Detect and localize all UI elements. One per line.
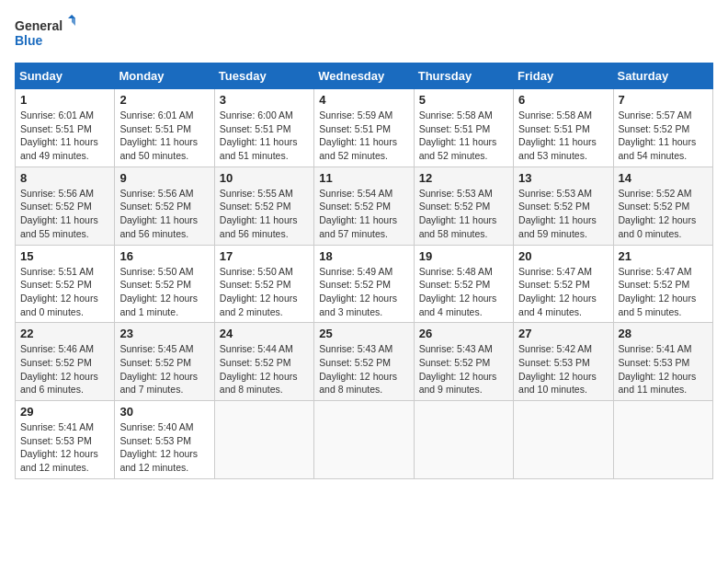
day-cell: 9Sunrise: 5:56 AMSunset: 5:52 PMDaylight… — [115, 167, 214, 245]
day-number: 20 — [518, 249, 608, 263]
day-cell: 22Sunrise: 5:46 AMSunset: 5:52 PMDayligh… — [16, 323, 115, 401]
day-number: 23 — [119, 327, 209, 340]
day-number: 10 — [220, 171, 309, 185]
day-number: 26 — [419, 327, 508, 340]
day-cell: 30Sunrise: 5:40 AMSunset: 5:53 PMDayligh… — [115, 401, 214, 479]
day-info: Sunrise: 5:42 AMSunset: 5:53 PMDaylight:… — [518, 342, 608, 396]
page-header: General Blue — [15, 15, 713, 52]
day-cell: 3Sunrise: 6:00 AMSunset: 5:51 PMDaylight… — [214, 89, 313, 167]
day-info: Sunrise: 5:56 AMSunset: 5:52 PMDaylight:… — [20, 187, 109, 241]
col-header-sunday: Sunday — [16, 63, 115, 89]
day-cell: 10Sunrise: 5:55 AMSunset: 5:52 PMDayligh… — [214, 167, 313, 245]
day-info: Sunrise: 5:47 AMSunset: 5:52 PMDaylight:… — [518, 265, 608, 319]
day-cell: 2Sunrise: 6:01 AMSunset: 5:51 PMDaylight… — [115, 89, 214, 167]
day-cell — [214, 401, 313, 479]
day-info: Sunrise: 5:43 AMSunset: 5:52 PMDaylight:… — [419, 342, 508, 396]
day-cell: 16Sunrise: 5:50 AMSunset: 5:52 PMDayligh… — [115, 245, 214, 323]
day-info: Sunrise: 5:57 AMSunset: 5:52 PMDaylight:… — [619, 109, 708, 163]
day-info: Sunrise: 5:47 AMSunset: 5:52 PMDaylight:… — [619, 265, 708, 319]
svg-marker-3 — [72, 15, 75, 26]
day-cell: 18Sunrise: 5:49 AMSunset: 5:52 PMDayligh… — [314, 245, 414, 323]
day-number: 21 — [619, 249, 708, 263]
day-number: 24 — [220, 327, 309, 340]
day-number: 3 — [220, 93, 309, 107]
day-number: 2 — [119, 93, 209, 107]
week-row-4: 22Sunrise: 5:46 AMSunset: 5:52 PMDayligh… — [16, 323, 713, 401]
day-cell: 5Sunrise: 5:58 AMSunset: 5:51 PMDaylight… — [414, 89, 513, 167]
day-cell: 8Sunrise: 5:56 AMSunset: 5:52 PMDaylight… — [16, 167, 115, 245]
day-cell: 25Sunrise: 5:43 AMSunset: 5:52 PMDayligh… — [314, 323, 414, 401]
day-info: Sunrise: 5:41 AMSunset: 5:53 PMDaylight:… — [20, 420, 109, 475]
col-header-wednesday: Wednesday — [314, 63, 414, 89]
day-cell: 19Sunrise: 5:48 AMSunset: 5:52 PMDayligh… — [414, 245, 513, 323]
header-row: SundayMondayTuesdayWednesdayThursdayFrid… — [16, 63, 713, 89]
day-number: 25 — [319, 327, 408, 340]
day-info: Sunrise: 5:55 AMSunset: 5:52 PMDaylight:… — [220, 187, 309, 241]
day-info: Sunrise: 5:53 AMSunset: 5:52 PMDaylight:… — [518, 187, 608, 241]
day-info: Sunrise: 5:46 AMSunset: 5:52 PMDaylight:… — [20, 342, 109, 396]
day-cell: 28Sunrise: 5:41 AMSunset: 5:53 PMDayligh… — [613, 323, 712, 401]
day-cell: 12Sunrise: 5:53 AMSunset: 5:52 PMDayligh… — [414, 167, 513, 245]
day-number: 6 — [518, 93, 608, 107]
day-cell: 17Sunrise: 5:50 AMSunset: 5:52 PMDayligh… — [214, 245, 313, 323]
day-info: Sunrise: 5:49 AMSunset: 5:52 PMDaylight:… — [319, 265, 408, 319]
col-header-tuesday: Tuesday — [214, 63, 313, 89]
day-info: Sunrise: 5:56 AMSunset: 5:52 PMDaylight:… — [119, 187, 209, 241]
day-number: 8 — [20, 171, 109, 185]
day-number: 16 — [119, 249, 209, 263]
day-info: Sunrise: 5:59 AMSunset: 5:51 PMDaylight:… — [319, 109, 408, 163]
day-number: 15 — [20, 249, 109, 263]
day-cell: 14Sunrise: 5:52 AMSunset: 5:52 PMDayligh… — [613, 167, 712, 245]
week-row-3: 15Sunrise: 5:51 AMSunset: 5:52 PMDayligh… — [16, 245, 713, 323]
logo-svg: General Blue — [15, 15, 79, 52]
week-row-5: 29Sunrise: 5:41 AMSunset: 5:53 PMDayligh… — [16, 401, 713, 479]
day-info: Sunrise: 5:44 AMSunset: 5:52 PMDaylight:… — [220, 342, 309, 396]
svg-text:Blue: Blue — [15, 33, 43, 48]
col-header-monday: Monday — [115, 63, 214, 89]
day-info: Sunrise: 6:01 AMSunset: 5:51 PMDaylight:… — [20, 109, 109, 163]
day-info: Sunrise: 5:45 AMSunset: 5:52 PMDaylight:… — [119, 342, 209, 396]
day-number: 4 — [319, 93, 408, 107]
day-info: Sunrise: 5:41 AMSunset: 5:53 PMDaylight:… — [619, 342, 708, 396]
day-number: 1 — [20, 93, 109, 107]
day-cell — [613, 401, 712, 479]
day-cell: 1Sunrise: 6:01 AMSunset: 5:51 PMDaylight… — [16, 89, 115, 167]
day-info: Sunrise: 6:00 AMSunset: 5:51 PMDaylight:… — [220, 109, 309, 163]
day-cell: 21Sunrise: 5:47 AMSunset: 5:52 PMDayligh… — [613, 245, 712, 323]
svg-text:General: General — [15, 18, 63, 33]
day-number: 18 — [319, 249, 408, 263]
day-info: Sunrise: 5:51 AMSunset: 5:52 PMDaylight:… — [20, 265, 109, 319]
day-info: Sunrise: 5:54 AMSunset: 5:52 PMDaylight:… — [319, 187, 408, 241]
day-cell: 27Sunrise: 5:42 AMSunset: 5:53 PMDayligh… — [514, 323, 613, 401]
calendar-table: SundayMondayTuesdayWednesdayThursdayFrid… — [15, 63, 713, 479]
day-number: 29 — [20, 405, 109, 419]
day-cell: 20Sunrise: 5:47 AMSunset: 5:52 PMDayligh… — [514, 245, 613, 323]
day-info: Sunrise: 5:58 AMSunset: 5:51 PMDaylight:… — [419, 109, 508, 163]
day-cell — [514, 401, 613, 479]
day-number: 5 — [419, 93, 508, 107]
day-cell: 24Sunrise: 5:44 AMSunset: 5:52 PMDayligh… — [214, 323, 313, 401]
day-info: Sunrise: 5:52 AMSunset: 5:52 PMDaylight:… — [619, 187, 708, 241]
col-header-saturday: Saturday — [613, 63, 712, 89]
col-header-thursday: Thursday — [414, 63, 513, 89]
day-info: Sunrise: 5:43 AMSunset: 5:52 PMDaylight:… — [319, 342, 408, 396]
day-cell: 15Sunrise: 5:51 AMSunset: 5:52 PMDayligh… — [16, 245, 115, 323]
day-number: 17 — [220, 249, 309, 263]
day-cell: 23Sunrise: 5:45 AMSunset: 5:52 PMDayligh… — [115, 323, 214, 401]
day-info: Sunrise: 5:50 AMSunset: 5:52 PMDaylight:… — [119, 265, 209, 319]
day-cell — [314, 401, 414, 479]
day-number: 19 — [419, 249, 508, 263]
day-info: Sunrise: 5:48 AMSunset: 5:52 PMDaylight:… — [419, 265, 508, 319]
day-number: 9 — [119, 171, 209, 185]
day-number: 7 — [619, 93, 708, 107]
day-number: 12 — [419, 171, 508, 185]
day-number: 13 — [518, 171, 608, 185]
day-cell: 4Sunrise: 5:59 AMSunset: 5:51 PMDaylight… — [314, 89, 414, 167]
day-info: Sunrise: 5:53 AMSunset: 5:52 PMDaylight:… — [419, 187, 508, 241]
day-info: Sunrise: 5:50 AMSunset: 5:52 PMDaylight:… — [220, 265, 309, 319]
day-cell: 29Sunrise: 5:41 AMSunset: 5:53 PMDayligh… — [16, 401, 115, 479]
day-info: Sunrise: 5:40 AMSunset: 5:53 PMDaylight:… — [119, 420, 209, 475]
week-row-2: 8Sunrise: 5:56 AMSunset: 5:52 PMDaylight… — [16, 167, 713, 245]
day-info: Sunrise: 6:01 AMSunset: 5:51 PMDaylight:… — [119, 109, 209, 163]
day-number: 30 — [119, 405, 209, 419]
